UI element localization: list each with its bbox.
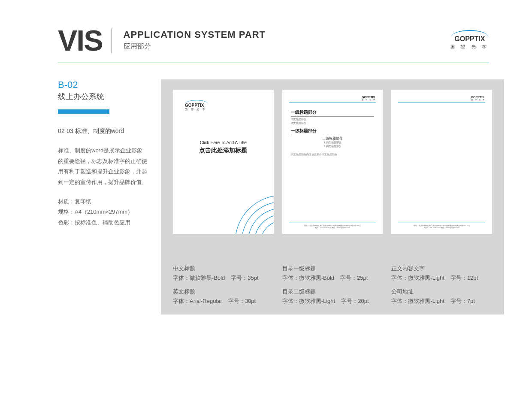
caption-font: 字体：微软雅黑-Bold [282, 273, 334, 283]
caption-title: 正文内容文字 [391, 264, 492, 273]
spec-material: 材质：复印纸 [58, 196, 148, 207]
vis-mark: VIS [58, 26, 103, 55]
caption-col-3: 正文内容文字 字体：微软雅黑-Light字号：12pt 公司地址 字体：微软雅黑… [391, 264, 492, 306]
caption-size: 字号：12pt [450, 273, 478, 283]
caption-title: 目录一级标题 [282, 264, 383, 273]
mini-logo: GOPPTIX 国 望 光 学 [362, 96, 376, 101]
footer-rule [398, 223, 485, 223]
caption-size: 字号：30pt [228, 296, 256, 306]
toc-body: 一级标题部分 内文信息部分 内文信息部分 一级标题部分 二级标题部分 1.内文信… [291, 109, 375, 157]
svg-point-4 [235, 195, 274, 234]
header-title-en: APPLICATION SYSTEM PART [124, 29, 266, 40]
toc-note: 内文信息部分内文信息部分内文信息部分 [291, 153, 375, 157]
spec-size: 规格：A4（210mm×297mm） [58, 207, 148, 218]
toc-line: 内文信息部分 [291, 121, 375, 125]
mini-logo-zh: 国 望 光 学 [185, 108, 208, 112]
toc-item: 2.内文信息部分 [291, 145, 375, 148]
brand-name-zh: 国 望 光 学 [450, 44, 489, 50]
header-rule [289, 103, 376, 103]
mini-logo-en: GOPPTIX [362, 96, 376, 99]
mini-logo-zh: 国 望 光 学 [362, 99, 376, 101]
cover-title-zh: 点击此处添加标题 [173, 147, 274, 154]
mini-logo: GOPPTIX 国 望 光 学 [471, 96, 485, 101]
mini-logo-zh: 国 望 光 学 [471, 99, 485, 101]
header-rule [398, 103, 485, 103]
toc-h1: 一级标题部分 [291, 109, 375, 117]
header-title-zh: 应用部分 [124, 42, 266, 51]
caption-title: 公司地址 [391, 287, 492, 296]
caption-font: 字体：微软雅黑-Light [391, 296, 444, 306]
caption-size: 字号：35pt [231, 273, 258, 283]
page-footer: 地址：北京市朝阳区来广营东路88号一栋中国铁建国际城商业E座5楼516室 电话：… [398, 223, 485, 229]
mini-logo-en: GOPPTIX [471, 96, 485, 99]
section-code: B-02 [58, 79, 148, 91]
caption-size: 字号：7pt [450, 296, 475, 306]
svg-point-0 [261, 221, 274, 234]
page-footer: 地址：北京市朝阳区来广营东路88号一栋中国铁建国际城商业E座5楼516室 电话：… [289, 223, 376, 229]
cover-title-en: Click Here To Add A Title [173, 140, 274, 145]
toc-line: 内文信息部分 [291, 118, 375, 121]
brand-logo: GOPPTIX 国 望 光 学 [450, 30, 489, 50]
svg-point-2 [248, 208, 274, 234]
caption-col-1: 中文标题 字体：微软雅黑-Bold字号：35pt 英文标题 字体：Arial-R… [173, 264, 274, 306]
mini-logo-en: GOPPTIX [185, 103, 208, 108]
spec-color: 色彩：按标准色、辅助色应用 [58, 218, 148, 228]
caption-size: 字号：25pt [340, 273, 368, 283]
caption-title: 目录二级标题 [282, 287, 383, 296]
sidebar: B-02 线上办公系统 02-03 标准、制度的word 标准、制度的word是… [58, 79, 157, 314]
system-name: 线上办公系统 [58, 91, 148, 102]
caption-title: 英文标题 [173, 287, 274, 296]
footer-contact: 电话：400-69307929 网址：www.gopptix.com [289, 227, 376, 229]
vertical-divider [111, 28, 112, 53]
accent-bar [58, 109, 109, 114]
caption-font: 字体：微软雅黑-Light [282, 296, 336, 306]
mini-logo: GOPPTIX 国 望 光 学 [185, 100, 208, 112]
template-toc-page: GOPPTIX 国 望 光 学 一级标题部分 内文信息部分 内文信息部分 一级标… [282, 90, 383, 234]
caption-font: 字体：微软雅黑-Light [391, 273, 444, 283]
caption-col-2: 目录一级标题 字体：微软雅黑-Bold字号：25pt 目录二级标题 字体：微软雅… [282, 264, 383, 306]
template-body-page: GOPPTIX 国 望 光 学 地址：北京市朝阳区来广营东路88号一栋中国铁建国… [391, 90, 492, 234]
toc-item: 1.内文信息部分 [291, 141, 375, 145]
brand-name-en: GOPPTIX [450, 35, 489, 43]
toc-h2: 二级标题部分 [291, 136, 375, 141]
preview-area: GOPPTIX 国 望 光 学 Click Here To Add A Titl… [161, 79, 504, 314]
pages-row: GOPPTIX 国 望 光 学 Click Here To Add A Titl… [173, 90, 492, 257]
captions-row: 中文标题 字体：微软雅黑-Bold字号：35pt 英文标题 字体：Arial-R… [173, 264, 492, 306]
toc-h1: 一级标题部分 [291, 128, 375, 135]
caption-title: 中文标题 [173, 264, 274, 273]
sub-title: 02-03 标准、制度的word [58, 127, 148, 135]
template-cover-page: GOPPTIX 国 望 光 学 Click Here To Add A Titl… [173, 90, 274, 234]
content-area: B-02 线上办公系统 02-03 标准、制度的word 标准、制度的word是… [0, 63, 532, 314]
caption-font: 字体：微软雅黑-Bold [173, 273, 225, 283]
caption-font: 字体：Arial-Regular [173, 296, 222, 306]
footer-contact: 电话：400-69307929 网址：www.gopptix.com [398, 227, 485, 229]
footer-rule [289, 223, 376, 223]
caption-size: 字号：20pt [341, 296, 369, 306]
description: 标准、制度的word是展示企业形象的重要途径，标志及标准字的正确使用有利于塑造和… [58, 145, 148, 188]
specifications: 材质：复印纸 规格：A4（210mm×297mm） 色彩：按标准色、辅助色应用 [58, 196, 148, 228]
decorative-arcs-icon [222, 182, 274, 234]
header-titles: APPLICATION SYSTEM PART 应用部分 [124, 29, 266, 51]
